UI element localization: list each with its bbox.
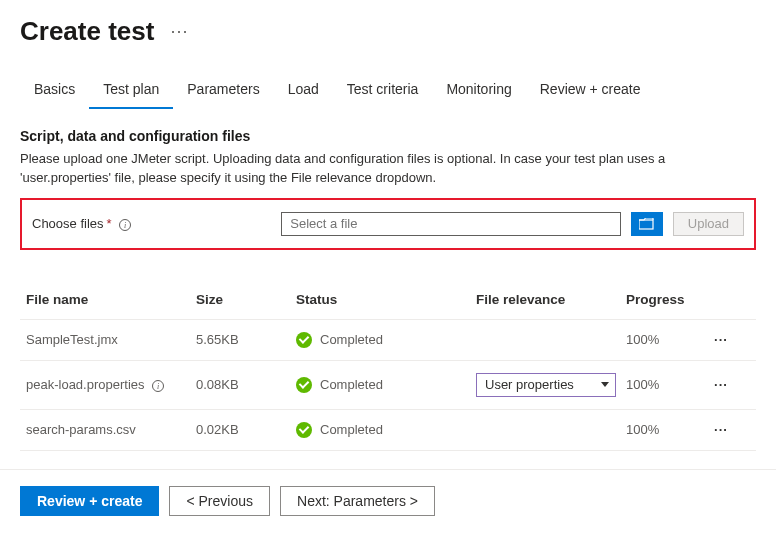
cell-progress: 100% [626, 377, 706, 392]
tab-monitoring[interactable]: Monitoring [432, 73, 525, 109]
tab-parameters[interactable]: Parameters [173, 73, 273, 109]
file-picker-row: Choose files* i Upload [20, 198, 756, 250]
check-icon [296, 332, 312, 348]
dropdown-value: User properties [485, 377, 574, 392]
row-actions-icon[interactable]: ··· [706, 422, 736, 437]
tab-test-criteria[interactable]: Test criteria [333, 73, 433, 109]
tab-review-create[interactable]: Review + create [526, 73, 655, 109]
file-relevance-dropdown[interactable]: User properties [476, 373, 616, 397]
page-title: Create test [20, 16, 154, 47]
previous-button[interactable]: < Previous [169, 486, 270, 516]
cell-file-name: SampleTest.jmx [26, 332, 196, 347]
table-row: peak-load.properties i 0.08KB Completed … [20, 361, 756, 410]
svg-rect-0 [639, 220, 653, 229]
cell-progress: 100% [626, 332, 706, 347]
check-icon [296, 377, 312, 393]
tab-basics[interactable]: Basics [20, 73, 89, 109]
th-progress: Progress [626, 292, 706, 307]
table-row: SampleTest.jmx 5.65KB Completed 100% ··· [20, 320, 756, 361]
folder-icon [639, 218, 655, 230]
choose-files-label: Choose files* i [32, 216, 131, 232]
th-size: Size [196, 292, 296, 307]
cell-status: Completed [320, 377, 383, 392]
files-table: File name Size Status File relevance Pro… [20, 280, 756, 451]
tab-load[interactable]: Load [274, 73, 333, 109]
chevron-down-icon [601, 382, 609, 387]
file-select-input[interactable] [281, 212, 621, 236]
more-actions-icon[interactable]: ··· [170, 21, 188, 42]
upload-button[interactable]: Upload [673, 212, 744, 236]
section-title: Script, data and configuration files [20, 128, 756, 144]
th-relevance: File relevance [476, 292, 626, 307]
info-icon[interactable]: i [119, 219, 131, 231]
cell-progress: 100% [626, 422, 706, 437]
review-create-button[interactable]: Review + create [20, 486, 159, 516]
section-description: Please upload one JMeter script. Uploadi… [20, 150, 756, 188]
tab-bar: Basics Test plan Parameters Load Test cr… [0, 55, 776, 110]
browse-button[interactable] [631, 212, 663, 236]
table-row: search-params.csv 0.02KB Completed 100% … [20, 410, 756, 451]
th-status: Status [296, 292, 476, 307]
row-actions-icon[interactable]: ··· [706, 377, 736, 392]
tab-test-plan[interactable]: Test plan [89, 73, 173, 109]
cell-status: Completed [320, 422, 383, 437]
next-button[interactable]: Next: Parameters > [280, 486, 435, 516]
cell-file-name: peak-load.properties i [26, 377, 196, 393]
cell-size: 0.08KB [196, 377, 296, 392]
cell-size: 0.02KB [196, 422, 296, 437]
row-actions-icon[interactable]: ··· [706, 332, 736, 347]
th-file-name: File name [26, 292, 196, 307]
info-icon[interactable]: i [152, 380, 164, 392]
check-icon [296, 422, 312, 438]
cell-size: 5.65KB [196, 332, 296, 347]
cell-file-name: search-params.csv [26, 422, 196, 437]
cell-status: Completed [320, 332, 383, 347]
